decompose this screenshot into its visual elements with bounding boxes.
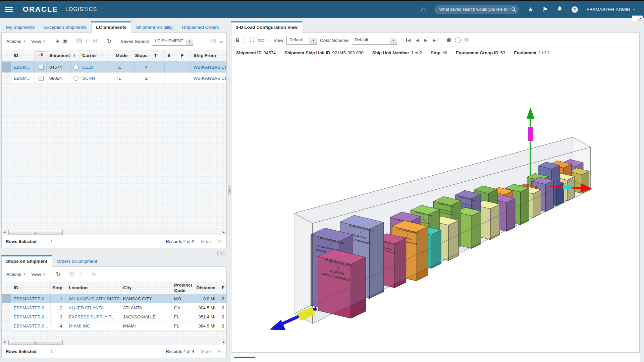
previous-icon[interactable]: ◀ (416, 38, 419, 42)
chevron-down-icon[interactable]: ▼ (638, 16, 643, 21)
col-i[interactable]: I (71, 50, 79, 61)
flag-icon[interactable]: ⚑ (542, 6, 548, 13)
col-stop[interactable]: Stop (51, 282, 66, 294)
col-f[interactable]: F (178, 50, 191, 61)
tab-shipment-visibility[interactable]: Shipment Visibility (131, 21, 177, 33)
tab-3d-load-configuration[interactable]: 3-D Load Configuration View (231, 21, 302, 33)
col-city[interactable]: City (120, 282, 171, 294)
fit-to-window-icon[interactable] (249, 37, 255, 44)
col-shipment[interactable]: Shipment (47, 50, 71, 61)
col-ship-from[interactable]: Ship From (191, 50, 226, 61)
stop-id-link[interactable]: EBSMASTER.0... (14, 314, 48, 319)
actions-menu[interactable]: Actions ▼ (5, 38, 27, 45)
tab-my-shipments[interactable]: My Shipments (1, 21, 40, 33)
table-row[interactable]: EBSMASTER.0... 1 W1-KANSAS CITY DISTR...… (2, 294, 226, 303)
tab-unplanned-orders[interactable]: Unplanned Orders (177, 21, 223, 33)
view-menu[interactable]: View ▼ (30, 271, 47, 278)
col-s[interactable]: S (165, 50, 178, 61)
scrollbar-thumb[interactable]: ||| (8, 230, 63, 235)
col-carrier[interactable]: Carrier (79, 50, 113, 61)
col-province-code[interactable]: Province Code (171, 282, 192, 294)
grid-icon[interactable] (211, 39, 216, 44)
color-scheme-combo[interactable]: Default ▼ (352, 36, 397, 45)
shipment-id-link[interactable]: EBSM... (14, 76, 31, 81)
col-id[interactable]: ID (11, 50, 35, 61)
horizontal-scrollbar[interactable]: ◀ ||| ▶ (2, 229, 226, 235)
col-location[interactable]: Location (66, 282, 120, 294)
ship-from-link[interactable]: W1-KANSAS CI (194, 65, 226, 70)
detach-icon[interactable] (77, 272, 83, 277)
next-icon[interactable]: ▶ (424, 38, 427, 42)
go-to-icon[interactable] (92, 272, 97, 277)
carrier-link[interactable]: SCNN (82, 76, 95, 81)
table-row[interactable]: EBSMASTER.0... 4 MIAMI INC MIAMI FL 384.… (2, 321, 226, 330)
location-link[interactable]: ALLIED ATLANTA (69, 305, 104, 310)
col-extra[interactable]: F (219, 282, 226, 294)
layers-icon[interactable] (446, 37, 452, 44)
table-row[interactable]: EBSMASTER.0... 2 ALLIED ATLANTA ATLANTA … (2, 303, 226, 312)
col-mode[interactable]: Mode (113, 50, 135, 61)
view-combo[interactable]: Default ▼ (286, 36, 317, 45)
delete-row-icon[interactable]: ✖ (63, 39, 67, 44)
favorites-star-icon[interactable]: ★ (528, 6, 533, 13)
tab-lc-shipments[interactable]: LC Shipments (91, 21, 131, 33)
location-link[interactable]: MIAMI INC (69, 323, 90, 328)
stop-id-link[interactable]: EBSMASTER.0... (14, 305, 48, 310)
last-icon[interactable]: ▶ (433, 38, 437, 42)
all-link[interactable]: All (218, 239, 222, 244)
ship-from-link[interactable]: W1-KANSAS CI (194, 76, 226, 81)
all-link[interactable]: All (218, 349, 222, 354)
first-icon[interactable]: ◀ (406, 38, 411, 42)
home-icon[interactable]: ⌂ (421, 5, 426, 13)
tab-exception-shipments[interactable]: Exception Shipments (40, 21, 92, 33)
search-icon[interactable] (511, 7, 516, 13)
notifications-bell-icon[interactable] (557, 6, 563, 13)
location-link[interactable]: EXPRESS SUPPLY FL (69, 314, 114, 319)
saved-search-input[interactable] (434, 7, 519, 12)
stop-id-link[interactable]: EBSMASTER.0... (14, 323, 48, 328)
gantt-icon[interactable] (76, 39, 82, 44)
help-icon[interactable]: ? (572, 6, 578, 13)
tab-stops-on-shipment[interactable]: Stops on Shipment (1, 255, 52, 267)
grid-icon[interactable] (69, 272, 74, 277)
scroll-left-icon[interactable]: ◀ (2, 231, 7, 234)
page-mini-combo[interactable]: ▼ (632, 15, 643, 21)
tab-orders-on-shipment[interactable]: Orders on Shipment (52, 255, 102, 266)
panel-splitter-handle[interactable]: ◀ (228, 185, 231, 195)
saved-search-combo[interactable]: LC SHIPMENT ▼ (152, 37, 193, 46)
more-link[interactable]: More (201, 349, 211, 354)
add-row-icon[interactable]: + (56, 38, 60, 45)
unlock-icon[interactable] (235, 37, 240, 44)
expand-toolbar-icon[interactable]: » (220, 39, 223, 44)
cube-icon[interactable] (464, 37, 469, 44)
rotate-view-icon[interactable] (455, 37, 461, 43)
row-checkbox[interactable] (39, 65, 44, 70)
more-link[interactable]: More (201, 239, 211, 244)
col-stops[interactable]: Stops (135, 50, 151, 61)
scrollbar-thumb[interactable]: ||| (8, 340, 63, 345)
refresh-icon[interactable]: ↻ (56, 272, 60, 277)
user-menu[interactable]: EBSMASTER.ADMIN ▼ (587, 7, 635, 12)
col-id[interactable]: ID (11, 282, 51, 294)
collapse-panel-button[interactable]: ▲ (217, 251, 226, 255)
view-menu[interactable]: View ▼ (30, 38, 47, 45)
col-distance[interactable]: Distance (192, 282, 219, 294)
view-3d-glasses-icon[interactable] (258, 38, 265, 43)
carrier-link[interactable]: DELV (82, 65, 94, 70)
save-icon[interactable] (93, 38, 98, 44)
table-row[interactable]: EBSM... 09024 SCNN TL 2 W1-KANSAS CI (2, 73, 226, 84)
scroll-left-icon[interactable]: ◀ (2, 341, 7, 344)
refresh-icon[interactable]: ↻ (107, 39, 111, 44)
scroll-right-icon[interactable]: ▶ (221, 231, 226, 234)
scroll-right-icon[interactable]: ▶ (221, 341, 226, 344)
load-3d-canvas[interactable]: 921MS-003-030_PIECE1CONFERENCE TABLEUPRI… (231, 57, 639, 352)
table-row[interactable]: EBSMASTER.0... 3 EXPRESS SUPPLY FL JACKS… (2, 312, 226, 321)
stop-id-link[interactable]: EBSMASTER.0... (14, 296, 48, 301)
row-checkbox[interactable] (39, 76, 44, 81)
actions-menu[interactable]: Actions ▼ (5, 271, 27, 278)
horizontal-scrollbar[interactable]: ◀ ||| ▶ (2, 339, 226, 345)
undo-icon[interactable]: ↶ (85, 39, 90, 44)
table-row[interactable]: EBSM... 04574 DELV TL 4 W1-KANSAS CI (2, 62, 226, 73)
hamburger-menu-icon[interactable] (5, 7, 13, 12)
location-link[interactable]: W1-KANSAS CITY DISTR... (69, 296, 120, 301)
